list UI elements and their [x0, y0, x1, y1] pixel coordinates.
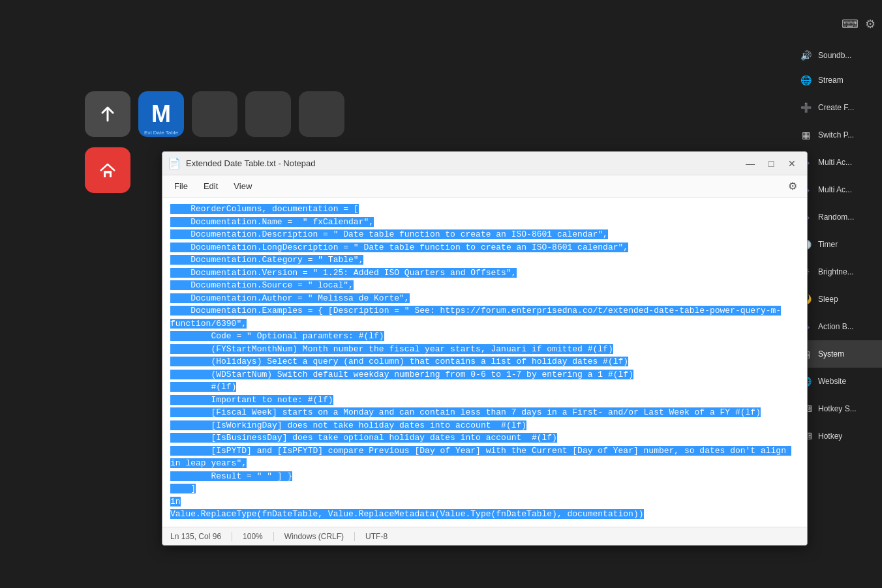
status-position: Ln 135, Col 96 — [170, 532, 232, 541]
website-label: Website — [818, 377, 846, 386]
app-icon-up-arrow[interactable] — [85, 91, 130, 137]
notepad-window: 📄 Extended Date Table.txt - Notepad — □ … — [162, 151, 808, 546]
app-icon-3[interactable] — [192, 91, 237, 137]
create-filter-label: Create F... — [818, 103, 854, 112]
status-zoom: 100% — [232, 532, 274, 541]
svg-rect-1 — [106, 173, 110, 177]
action-b-label: Action B... — [818, 322, 854, 331]
panel-item-create-filter[interactable]: ➕ Create F... — [791, 94, 882, 121]
notepad-file-icon: 📄 — [168, 157, 181, 170]
stream-icon: 🌐 — [798, 73, 813, 87]
keyboard-icon[interactable]: ⌨ — [842, 17, 859, 31]
app-icon-home[interactable] — [85, 147, 130, 193]
panel-item-soundboard[interactable]: 🔊 Soundb... — [791, 44, 882, 66]
stream-label: Stream — [818, 76, 844, 85]
gear-icon[interactable]: ⚙ — [865, 17, 875, 31]
sleep-label: Sleep — [818, 295, 838, 304]
notepad-settings-button[interactable]: ⚙ — [783, 177, 802, 196]
panel-item-switch[interactable]: ▦ Switch P... — [791, 121, 882, 149]
multi-ac2-label: Multi Ac... — [818, 185, 852, 194]
create-filter-icon: ➕ — [798, 100, 813, 115]
notepad-text: ReorderColumns, documentation = [ Docume… — [170, 203, 799, 521]
notepad-title: Extended Date Table.txt - Notepad — [186, 158, 740, 168]
random-label: Random... — [818, 213, 854, 222]
menu-view[interactable]: View — [227, 179, 258, 194]
notepad-menubar: File Edit View ⚙ — [162, 175, 807, 198]
app-icon-m[interactable]: M Ext Date Table — [138, 91, 184, 137]
soundboard-icon: 🔊 — [798, 48, 813, 63]
m-icon-sublabel: Ext Date Table — [138, 130, 184, 136]
minimize-button[interactable]: — — [740, 156, 760, 171]
menu-file[interactable]: File — [168, 179, 194, 194]
switch-icon: ▦ — [798, 128, 813, 142]
panel-top-icons: ⌨ ⚙ — [791, 13, 882, 35]
m-icon-letter: M — [151, 100, 171, 128]
status-line-ending: Windows (CRLF) — [274, 532, 355, 541]
timer-label: Timer — [818, 240, 838, 249]
notepad-content-area[interactable]: ReorderColumns, documentation = [ Docume… — [162, 198, 807, 527]
status-encoding: UTF-8 — [355, 532, 398, 541]
close-button[interactable]: ✕ — [782, 156, 802, 171]
brightness-label: Brightne... — [818, 267, 854, 276]
notepad-statusbar: Ln 135, Col 96 100% Windows (CRLF) UTF-8 — [162, 527, 807, 545]
app-icon-4[interactable] — [245, 91, 291, 137]
maximize-button[interactable]: □ — [761, 156, 781, 171]
window-controls: — □ ✕ — [740, 156, 802, 171]
multi-ac1-label: Multi Ac... — [818, 158, 852, 167]
soundboard-label: Soundb... — [818, 51, 851, 60]
hotkey-s-label: Hotkey S... — [818, 404, 857, 413]
notepad-titlebar: 📄 Extended Date Table.txt - Notepad — □ … — [162, 152, 807, 175]
panel-item-stream[interactable]: 🌐 Stream — [791, 66, 882, 94]
menu-edit[interactable]: Edit — [197, 179, 224, 194]
switch-label: Switch P... — [818, 130, 854, 140]
system-label: System — [818, 349, 844, 359]
app-icon-5[interactable] — [299, 91, 344, 137]
hotkey-label: Hotkey — [818, 432, 842, 441]
toolbar-right: ⚙ — [783, 177, 802, 196]
